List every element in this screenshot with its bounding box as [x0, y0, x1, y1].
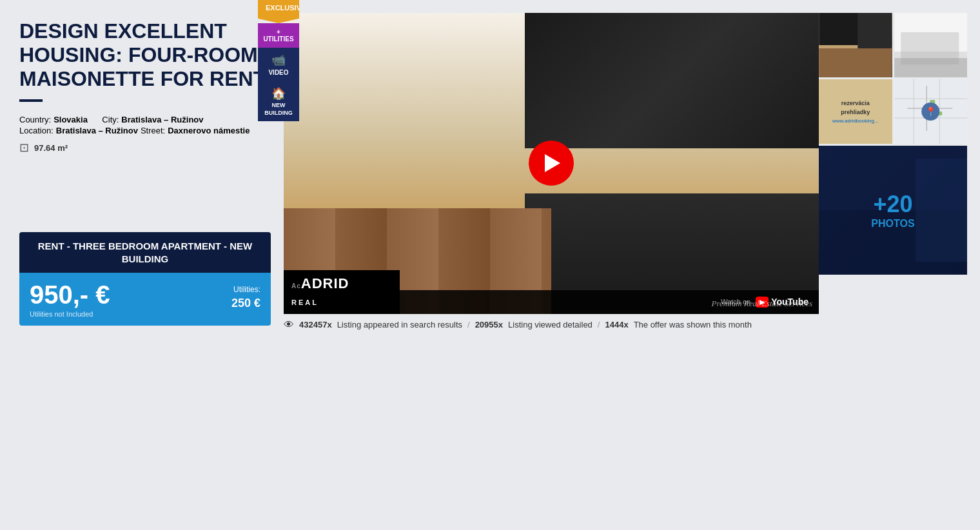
house-icon: 🏠 — [271, 86, 286, 101]
right-panel: rezervácia prehliadky www.adridbooking..… — [819, 13, 967, 275]
booking-text-rezervacia: rezervácia — [841, 100, 870, 106]
detail-rows: Country: Slovakia City: Bratislava – Ruž… — [19, 115, 271, 135]
price-amount: 950,- € — [30, 282, 110, 308]
thumbnail-kitchen[interactable] — [819, 13, 892, 77]
adrid-logo-text: AcADRID REAL — [291, 275, 392, 309]
stats-count3: 1444x — [605, 320, 628, 329]
stats-label3: The offer was shown this month — [634, 320, 752, 329]
street-label: Street: — [141, 126, 165, 135]
badge-utilities: + UTILITIES — [258, 23, 299, 48]
new-building-line2: BUILDING — [264, 110, 293, 116]
country-label: Country: — [19, 115, 51, 124]
badges-column: EXCLUSIVE + UTILITIES 📹 VIDEO 🏠 NEW BUIL… — [258, 0, 299, 121]
stats-label1: Listing appeared in search results — [337, 320, 462, 329]
thumbnail-living[interactable] — [894, 13, 968, 77]
property-title: DESIGN EXCELLENT HOUSING: FOUR-ROOM MAIS… — [19, 19, 271, 90]
location-row: Location: Bratislava – Ružinov Street: D… — [19, 126, 271, 135]
utilities-block: Utilities: 250 € — [231, 282, 260, 311]
price-box: RENT - THREE BEDROOM APARTMENT - NEW BUI… — [19, 232, 271, 326]
map-thumbnail[interactable]: 📍 — [894, 79, 968, 144]
street-value: Daxnerovo námestie — [168, 126, 250, 135]
video-camera-icon: 📹 — [271, 53, 286, 67]
adrid-logo: AcADRID REAL — [284, 270, 400, 314]
photos-label: PHOTOS — [871, 218, 914, 230]
main-content: DESIGN EXCELLENT HOUSING: FOUR-ROOM MAIS… — [13, 13, 967, 336]
country-row: Country: Slovakia City: Bratislava – Ruž… — [19, 115, 271, 124]
play-button[interactable] — [529, 141, 574, 186]
svg-rect-21 — [916, 159, 967, 262]
new-building-line1: NEW — [272, 102, 286, 108]
price-header: RENT - THREE BEDROOM APARTMENT - NEW BUI… — [19, 232, 271, 273]
center-panel: ▶ ADRID REAL | REAL ESTATE - DIZAJNOVÉ N… — [284, 13, 819, 336]
badge-exclusive: EXCLUSIVE — [258, 0, 299, 23]
video-wrapper[interactable]: ▶ ADRID REAL | REAL ESTATE - DIZAJNOVÉ N… — [284, 13, 819, 314]
svg-rect-3 — [858, 13, 892, 48]
left-panel: DESIGN EXCELLENT HOUSING: FOUR-ROOM MAIS… — [13, 13, 284, 332]
stats-sep1: / — [467, 320, 470, 329]
booking-url: www.adridbooking... — [832, 118, 879, 124]
svg-rect-2 — [819, 48, 892, 77]
badge-new-building: 🏠 NEW BUILDING — [258, 81, 299, 121]
area-row: ⊡ 97.64 m² — [19, 141, 271, 155]
cabinet-upper — [525, 13, 819, 148]
price-note: Utilities not Included — [30, 310, 110, 318]
utilities-value: 250 € — [231, 295, 260, 311]
thumbnail-booking[interactable]: rezervácia prehliadky www.adridbooking..… — [819, 79, 892, 144]
badge-video[interactable]: 📹 VIDEO — [258, 48, 299, 81]
right-image-grid: rezervácia prehliadky www.adridbooking..… — [819, 13, 967, 144]
stats-bar: 👁 432457x Listing appeared in search res… — [284, 314, 819, 336]
eye-icon: 👁 — [284, 319, 294, 331]
utilities-label: Utilities: — [231, 284, 260, 295]
location-label: Location: — [19, 126, 54, 135]
city-label: City: — [102, 115, 119, 124]
area-value: 97.64 m² — [34, 143, 68, 153]
svg-rect-7 — [901, 32, 959, 64]
booking-text-prehliadky: prehliadky — [841, 109, 870, 115]
page-wrapper: DESIGN EXCELLENT HOUSING: FOUR-ROOM MAIS… — [0, 0, 980, 349]
stats-label2: Listing viewed detailed — [508, 320, 593, 329]
premium-text: Premium Real Estate Services — [711, 299, 812, 309]
city-value: Bratislava – Ružinov — [121, 115, 203, 124]
area-icon: ⊡ — [19, 141, 29, 155]
price-main: 950,- € Utilities not Included — [30, 282, 110, 318]
stats-count1: 432457x — [299, 320, 332, 329]
stats-count2: 20955x — [475, 320, 503, 329]
badge-video-label: VIDEO — [268, 69, 288, 76]
photos-count: +20 — [873, 191, 912, 218]
location-value: Bratislava – Ružinov — [56, 126, 138, 135]
map-svg: 📍 — [894, 79, 968, 144]
stats-sep2: / — [598, 320, 600, 329]
living-svg — [894, 13, 968, 77]
country-value: Slovakia — [54, 115, 88, 124]
video-bottom-bar: AcADRID REAL Watch on ▶ YouTube Premium … — [284, 290, 819, 314]
title-underline — [19, 99, 43, 102]
photos-overlay[interactable]: +20 PHOTOS — [819, 146, 967, 275]
svg-text:📍: 📍 — [925, 106, 936, 117]
kitchen-svg — [819, 13, 892, 77]
price-body: 950,- € Utilities not Included Utilities… — [19, 273, 271, 326]
